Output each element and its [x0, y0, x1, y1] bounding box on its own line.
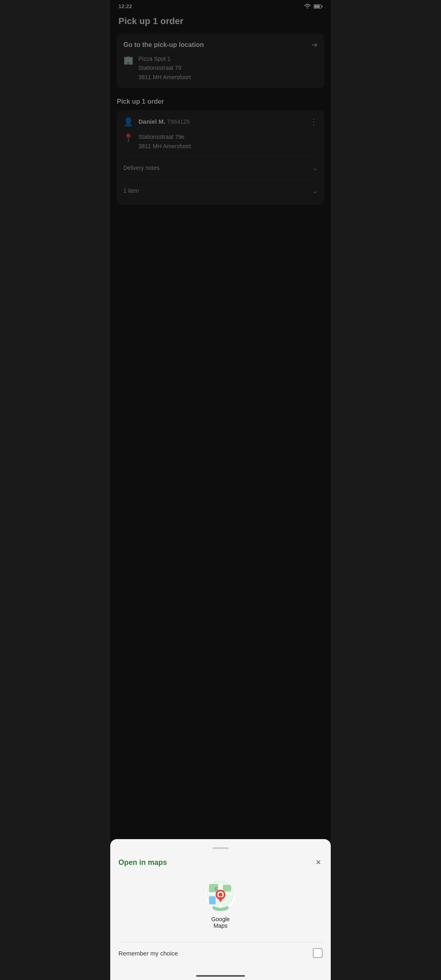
maps-name-line2: Maps	[211, 922, 229, 929]
remember-choice-row[interactable]: Remember my choice	[118, 942, 323, 964]
svg-rect-11	[209, 896, 216, 904]
remember-choice-checkbox[interactable]	[313, 948, 323, 958]
svg-point-14	[218, 893, 223, 897]
sheet-overlay[interactable]	[110, 0, 331, 980]
close-button[interactable]: ×	[314, 855, 323, 869]
home-indicator	[196, 975, 245, 977]
close-icon: ×	[316, 857, 321, 868]
sheet-handle	[212, 847, 229, 849]
remember-choice-label: Remember my choice	[118, 950, 178, 957]
sheet-handle-bar	[118, 847, 323, 849]
maps-name-line1: Google	[211, 916, 229, 922]
google-maps-icon: G	[204, 879, 237, 912]
sheet-header: Open in maps ×	[118, 855, 323, 869]
sheet-title: Open in maps	[118, 858, 167, 867]
svg-rect-10	[223, 885, 231, 891]
bottom-sheet: Open in maps ×	[110, 839, 331, 980]
maps-app-container[interactable]: G Google Maps	[118, 879, 323, 929]
maps-app-label: Google Maps	[211, 916, 229, 929]
svg-text:G: G	[215, 887, 218, 891]
